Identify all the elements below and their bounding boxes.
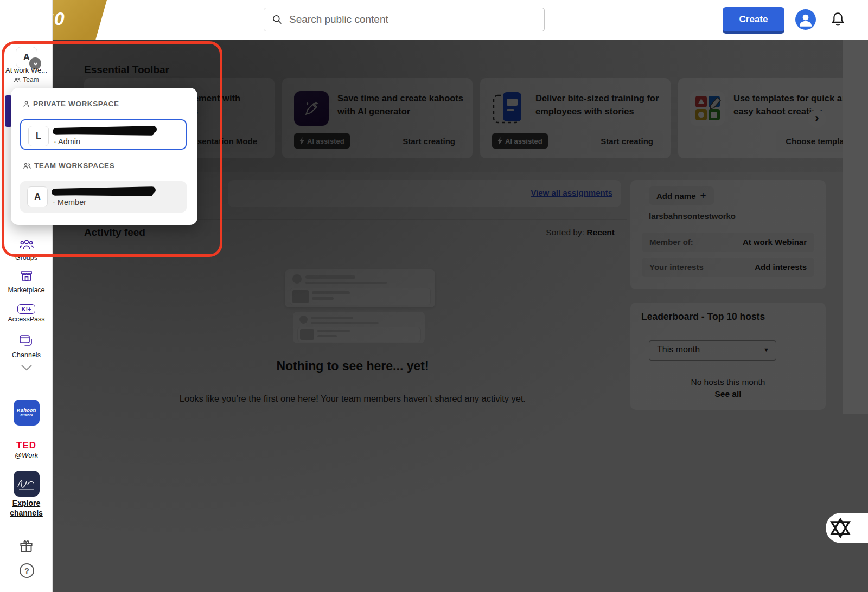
menu-item-private-workspace[interactable]: L · Admin bbox=[20, 119, 187, 150]
sidebar-item-channels[interactable]: Channels bbox=[0, 334, 53, 359]
marketplace-icon bbox=[20, 269, 33, 282]
workspace-avatar: A bbox=[27, 186, 48, 207]
groups-icon bbox=[20, 239, 34, 250]
channels-icon bbox=[19, 334, 34, 348]
workspace-switcher-menu: PRIVATE WORKSPACE L · Admin TEAM WORKSPA… bbox=[11, 88, 197, 225]
redacted-name bbox=[52, 186, 156, 196]
create-button[interactable]: Create bbox=[723, 7, 784, 31]
search-input[interactable] bbox=[288, 13, 537, 26]
channel-kahoot-at-work[interactable]: Kahoot! at work bbox=[14, 400, 40, 426]
role-label: · Admin bbox=[54, 137, 80, 146]
private-workspace-heading: PRIVATE WORKSPACE bbox=[23, 100, 119, 108]
team-icon bbox=[14, 77, 21, 83]
accesspass-icon: K!+ bbox=[17, 304, 35, 314]
role-label: · Member bbox=[53, 198, 86, 207]
help-icon[interactable]: ? bbox=[20, 563, 34, 578]
signature-icon bbox=[14, 471, 40, 497]
person-icon bbox=[23, 100, 30, 108]
workspace-type: Team bbox=[0, 76, 53, 83]
search-icon bbox=[272, 14, 283, 25]
workspace-name: At work We... bbox=[0, 66, 53, 74]
user-avatar[interactable] bbox=[795, 9, 816, 30]
menu-item-team-workspace[interactable]: A · Member bbox=[20, 181, 187, 213]
page: Essential Toolbar Boost engagement with … bbox=[0, 0, 868, 592]
notifications-bell-icon[interactable] bbox=[830, 11, 845, 28]
chevron-down-icon bbox=[20, 363, 34, 372]
sidebar-item-marketplace[interactable]: Marketplace bbox=[0, 269, 53, 294]
channel-ted-at-work[interactable]: TED @Work bbox=[0, 440, 53, 459]
channel-signature-tile[interactable] bbox=[14, 471, 40, 497]
people-icon bbox=[23, 162, 31, 170]
person-icon bbox=[795, 9, 816, 30]
knot-icon bbox=[829, 517, 851, 539]
sidebar-divider bbox=[6, 527, 47, 527]
workspace-avatar: L bbox=[28, 126, 49, 146]
gift-icon[interactable] bbox=[19, 539, 34, 556]
top-bar: K!360 Create bbox=[0, 0, 868, 40]
team-workspaces-heading: TEAM WORKSPACES bbox=[23, 162, 114, 170]
sidebar-item-accesspass[interactable]: K!+ AccessPass bbox=[0, 304, 53, 323]
sidebar-item-groups[interactable]: Groups bbox=[0, 239, 53, 261]
search-box[interactable] bbox=[264, 8, 545, 31]
redacted-name bbox=[53, 126, 157, 135]
accessibility-widget-button[interactable] bbox=[826, 513, 868, 543]
explore-channels-link[interactable]: Explore channels bbox=[0, 499, 53, 518]
sidebar-collapse-chevron[interactable] bbox=[20, 363, 34, 374]
